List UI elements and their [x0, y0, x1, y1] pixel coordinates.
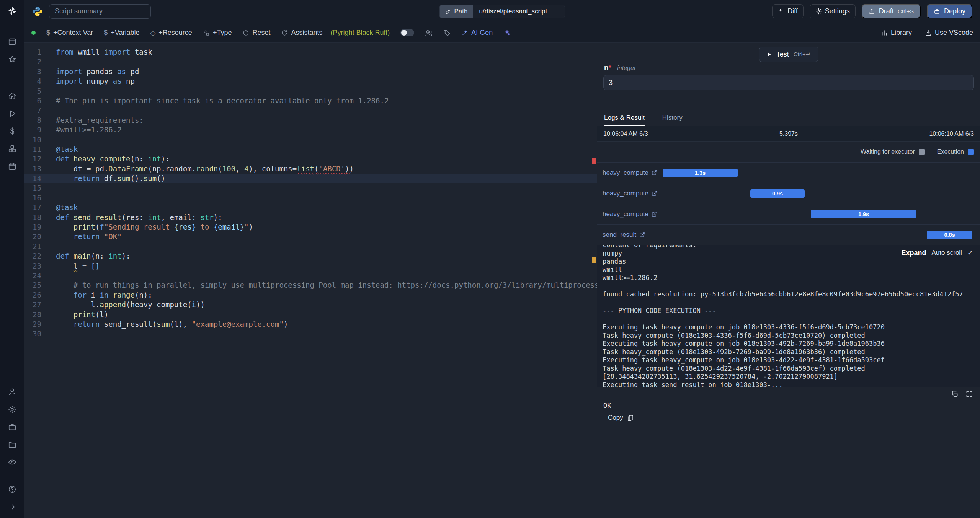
task-link[interactable]: heavy_compute: [603, 210, 657, 218]
error-marker[interactable]: [592, 158, 596, 164]
copy-button[interactable]: Copy: [608, 414, 634, 422]
diff-mode-toggle[interactable]: [400, 29, 414, 36]
code-line[interactable]: 23 l = []: [24, 261, 597, 271]
line-number: 17: [24, 203, 47, 212]
path-value[interactable]: u/rfiszel/pleasant_script: [473, 5, 565, 18]
code-line[interactable]: 5: [24, 86, 597, 96]
code-line[interactable]: 25 # to run things in parallel, simply u…: [24, 280, 597, 290]
runs-icon[interactable]: [0, 105, 24, 122]
code-line[interactable]: 6# The pin is important since task is a …: [24, 96, 597, 106]
code-line[interactable]: 29 return send_result(sum(l), "example@e…: [24, 319, 597, 329]
schedules-icon[interactable]: [0, 158, 24, 175]
duration-bar[interactable]: 0.8s: [927, 231, 972, 239]
code-line[interactable]: 11@task: [24, 145, 597, 154]
multiplayer-button[interactable]: [425, 29, 433, 37]
audit-eye-icon[interactable]: [0, 453, 24, 471]
sparkles-icon[interactable]: [503, 29, 511, 36]
diff-button[interactable]: Diff: [772, 4, 804, 18]
deploy-button[interactable]: Deploy: [927, 4, 972, 18]
external-link-icon: [652, 211, 657, 217]
duration-bar[interactable]: 0.9s: [750, 189, 805, 198]
arg-n-input[interactable]: [603, 75, 974, 90]
code-line[interactable]: 24: [24, 271, 597, 280]
settings-button[interactable]: Settings: [810, 4, 856, 18]
code-line[interactable]: 10: [24, 135, 597, 145]
autoscroll-checkbox[interactable]: ✓: [967, 249, 973, 257]
code-line[interactable]: 28 print(l): [24, 310, 597, 319]
code-line[interactable]: 16: [24, 193, 597, 203]
add-variable-button[interactable]: $+Variable: [104, 29, 139, 37]
use-vscode-button[interactable]: Use VScode: [925, 29, 973, 37]
test-button[interactable]: Test Ctrl+↵: [759, 47, 819, 62]
variables-icon[interactable]: [0, 122, 24, 140]
expand-logs-button[interactable]: Expand: [902, 249, 926, 257]
script-summary-input[interactable]: [49, 4, 151, 19]
add-context-var-button[interactable]: $+Context Var: [46, 29, 93, 37]
library-button[interactable]: Library: [881, 29, 912, 37]
user-icon[interactable]: [0, 383, 24, 401]
code-line[interactable]: 8#extra_requirements:: [24, 116, 597, 125]
code-line[interactable]: 7: [24, 106, 597, 115]
code-line[interactable]: 17@task: [24, 203, 597, 212]
code-line[interactable]: 26 for i in range(n):: [24, 290, 597, 300]
end-time: 10:06:10 AM 6/3: [929, 130, 974, 137]
code-text: [47, 135, 56, 145]
code-line[interactable]: 3import pandas as pd: [24, 67, 597, 77]
code-lines: 1from wmill import task23import pandas a…: [24, 43, 597, 339]
code-text: df = pd.DataFrame(np.random.randn(100, 4…: [47, 164, 354, 174]
reset-button[interactable]: Reset: [242, 29, 270, 37]
path-edit-button[interactable]: Path: [440, 5, 473, 18]
collapse-arrow-icon[interactable]: [0, 498, 24, 516]
code-line[interactable]: 1from wmill import task: [24, 47, 597, 57]
code-line[interactable]: 30: [24, 329, 597, 339]
apps-icon[interactable]: [0, 33, 24, 50]
code-line[interactable]: 4import numpy as np: [24, 77, 597, 86]
task-link[interactable]: send_result: [603, 231, 645, 239]
windmill-logo-icon[interactable]: [0, 6, 24, 16]
run-panel: Test Ctrl+↵ n* integer Logs & Result His…: [597, 43, 980, 518]
line-number: 28: [24, 310, 47, 319]
assistants-button[interactable]: Assistants (Pyright Black Ruff): [281, 29, 390, 37]
code-line[interactable]: 19 print(f"Sending result {res} to {emai…: [24, 222, 597, 232]
ai-gen-button[interactable]: AI Gen: [461, 29, 493, 37]
code-editor[interactable]: 1from wmill import task23import pandas a…: [24, 43, 597, 518]
code-line[interactable]: 20 return "OK": [24, 232, 597, 241]
code-line[interactable]: 14 return df.sum().sum(): [24, 174, 597, 183]
code-line[interactable]: 27 l.append(heavy_compute(i)): [24, 300, 597, 309]
code-line[interactable]: 21: [24, 242, 597, 251]
copy-result-icon[interactable]: [951, 390, 959, 398]
tab-history[interactable]: History: [662, 112, 683, 126]
log-output[interactable]: content of requirements: numpy pandas wm…: [597, 245, 980, 387]
line-number: 23: [24, 261, 47, 271]
resources-icon[interactable]: [0, 140, 24, 158]
task-link[interactable]: heavy_compute: [603, 190, 657, 197]
line-number: 11: [24, 145, 47, 154]
favorites-star-icon[interactable]: [0, 50, 24, 68]
settings-gear-icon[interactable]: [0, 401, 24, 418]
code-line[interactable]: 2: [24, 57, 597, 67]
workers-icon[interactable]: [0, 418, 24, 436]
duration-bar[interactable]: 1.3s: [663, 169, 738, 177]
code-line[interactable]: 9#wmill>=1.286.2: [24, 125, 597, 135]
folders-icon[interactable]: [0, 436, 24, 453]
code-line[interactable]: 13 df = pd.DataFrame(np.random.randn(100…: [24, 164, 597, 174]
line-number: 9: [24, 125, 47, 135]
task-link[interactable]: heavy_compute: [603, 169, 657, 177]
add-type-button[interactable]: +Type: [203, 29, 232, 37]
tag-button[interactable]: [443, 29, 451, 36]
add-resource-button[interactable]: ◇+Resource: [150, 29, 192, 37]
code-line[interactable]: 18def send_result(res: int, email: str):: [24, 213, 597, 222]
home-icon[interactable]: [0, 87, 24, 105]
draft-button[interactable]: Draft Ctrl+S: [862, 4, 921, 18]
warning-marker[interactable]: [592, 257, 596, 263]
code-text: l.append(heavy_compute(i)): [47, 300, 205, 309]
duration-bar[interactable]: 1.9s: [811, 210, 916, 218]
help-icon[interactable]: [0, 481, 24, 498]
code-line[interactable]: 22def main(n: int):: [24, 251, 597, 261]
tab-logs-result[interactable]: Logs & Result: [604, 112, 645, 126]
code-line[interactable]: 12def heavy_compute(n: int):: [24, 154, 597, 164]
code-text: @task: [47, 145, 78, 154]
run-times-row: 10:06:04 AM 6/3 5.397s 10:06:10 AM 6/3: [597, 126, 980, 142]
code-line[interactable]: 15: [24, 183, 597, 193]
fullscreen-icon[interactable]: [965, 390, 973, 398]
